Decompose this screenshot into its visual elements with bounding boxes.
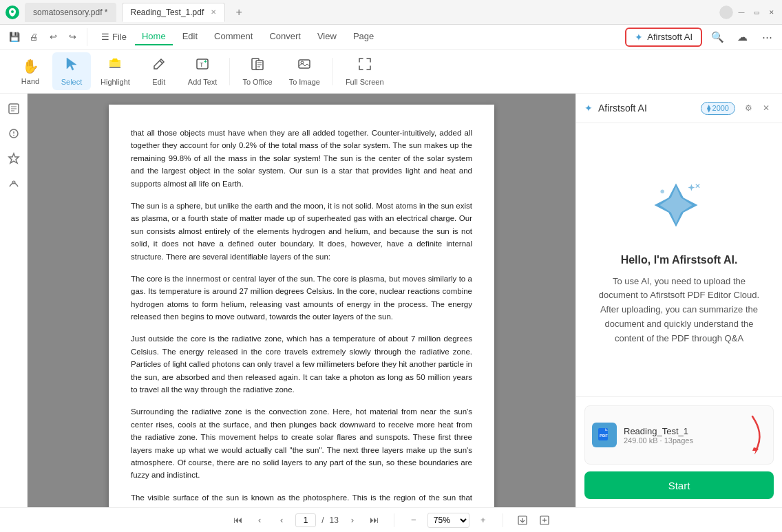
redo-button[interactable]: ↪	[63, 28, 81, 46]
sidebar-icon-3[interactable]	[4, 149, 23, 168]
toolbar: ✋ Hand Select Highlight Edit	[0, 50, 782, 94]
ai-panel: ✦ Afirstsoft AI ⧫ 2000 ⚙ ✕	[575, 94, 782, 507]
ai-stars-svg	[645, 174, 707, 236]
zoom-select[interactable]: 75% 50% 100% 125% 150%	[427, 513, 469, 528]
undo-button[interactable]: ↩	[44, 28, 62, 46]
tool-select[interactable]: Select	[52, 52, 91, 90]
svg-text:+: +	[204, 58, 207, 65]
ai-start-button[interactable]: Start	[584, 471, 774, 499]
menu-edit[interactable]: Edit	[176, 28, 204, 45]
add-tab-button[interactable]: +	[231, 4, 247, 21]
svg-text:PDF: PDF	[600, 434, 608, 438]
tool-edit[interactable]: Edit	[140, 52, 178, 90]
save-button[interactable]: 💾	[6, 28, 23, 46]
menu-comment[interactable]: Comment	[207, 28, 260, 45]
tool-highlight[interactable]: Highlight	[94, 52, 137, 90]
red-arrow-svg	[739, 413, 766, 454]
page-number-input[interactable]	[295, 513, 316, 527]
separator-1	[394, 513, 394, 527]
tool-add-text[interactable]: T + Add Text	[181, 52, 224, 90]
pdf-page: that all those objects must have when th…	[109, 105, 494, 507]
pdf-paragraph-4: Just outside the core is the radiative z…	[131, 332, 472, 396]
pdf-viewer[interactable]: that all those objects must have when th…	[28, 94, 575, 507]
prev-page-button-2[interactable]: ‹	[273, 512, 290, 529]
ai-file-info: PDF Reading_Test_1 249.00 kB · 13pages	[584, 405, 774, 465]
ai-close-button[interactable]: ✕	[759, 100, 774, 116]
separator-2	[503, 513, 503, 527]
hand-icon: ✋	[22, 58, 39, 74]
menu-right: ✦ Afirstsoft AI 🔍 ☁ ⋯	[625, 28, 776, 47]
to-office-icon	[250, 56, 265, 75]
full-screen-icon	[357, 56, 372, 75]
quick-actions: 💾 🖨 ↩ ↪	[6, 28, 87, 46]
svg-point-19	[13, 135, 14, 136]
ai-panel-footer: PDF Reading_Test_1 249.00 kB · 13pages S…	[576, 396, 782, 507]
select-icon	[64, 56, 79, 75]
ai-token-badge: ⧫ 2000	[701, 102, 735, 115]
ai-file-icon: PDF	[592, 423, 617, 447]
last-page-button[interactable]: ⏭	[366, 512, 383, 529]
tab-somatosensory[interactable]: somatosensory.pdf *	[25, 3, 116, 22]
svg-point-0	[11, 10, 14, 13]
menubar: 💾 🖨 ↩ ↪ ☰ File Home Edit Comment Convert…	[0, 25, 782, 50]
tab-close-icon[interactable]: ✕	[211, 8, 216, 16]
pdf-paragraph-1: that all those objects must have when th…	[131, 127, 472, 190]
ai-illustration	[645, 174, 714, 243]
tool-full-screen[interactable]: Full Screen	[339, 52, 391, 90]
prev-page-button[interactable]: ‹	[251, 512, 268, 529]
main-content: that all those objects must have when th…	[0, 94, 782, 507]
ai-description-text: To use AI, you need to upload the docume…	[593, 275, 765, 346]
highlight-icon	[107, 56, 123, 75]
tool-to-office[interactable]: To Office	[235, 52, 279, 90]
app-logo	[6, 6, 19, 19]
fit-page-button[interactable]	[536, 512, 553, 529]
ai-file-details: Reading_Test_1 249.00 kB · 13pages	[624, 426, 732, 445]
page-separator: /	[321, 515, 324, 525]
close-button[interactable]: ✕	[767, 8, 776, 17]
tool-to-image[interactable]: To Image	[282, 52, 327, 90]
next-page-button[interactable]: ›	[344, 512, 361, 529]
ai-file-name: Reading_Test_1	[624, 426, 732, 436]
sidebar-icon-4[interactable]	[4, 173, 23, 193]
ai-assistant-button[interactable]: ✦ Afirstsoft AI	[625, 28, 702, 47]
sidebar-icon-1[interactable]	[4, 99, 23, 118]
toolbar-separator-2	[332, 58, 333, 85]
ai-settings-button[interactable]: ⚙	[741, 100, 756, 116]
pdf-paragraph-6: The visible surface of the sun is known …	[131, 491, 472, 507]
left-sidebar	[0, 94, 28, 507]
menu-page[interactable]: Page	[346, 28, 381, 45]
ai-panel-controls: ⚙ ✕	[741, 100, 774, 116]
menu-left: 💾 🖨 ↩ ↪ ☰ File Home Edit Comment Convert…	[6, 28, 381, 46]
tab-reading-test[interactable]: Reading_Test_1.pdf ✕	[122, 3, 226, 22]
cloud-button[interactable]: ☁	[732, 28, 752, 47]
first-page-button[interactable]: ⏮	[229, 512, 246, 529]
save-pdf-button[interactable]	[514, 512, 531, 529]
ai-star-icon: ✦	[635, 32, 643, 43]
svg-point-21	[660, 189, 664, 193]
ai-panel-body: Hello, I'm Afirstsoft AI. To use AI, you…	[576, 123, 782, 396]
zoom-out-button[interactable]: −	[405, 512, 422, 529]
ai-logo-icon: ✦	[584, 103, 593, 114]
pdf-text: that all those objects must have when th…	[131, 127, 472, 507]
titlebar: somatosensory.pdf * Reading_Test_1.pdf ✕…	[0, 0, 782, 25]
svg-rect-11	[299, 60, 310, 68]
search-button[interactable]: 🔍	[708, 28, 727, 47]
restore-button[interactable]: ▭	[752, 8, 761, 17]
page-total: 13	[329, 515, 338, 525]
menu-convert[interactable]: Convert	[262, 28, 308, 45]
sidebar-icon-2[interactable]	[4, 124, 23, 143]
hamburger-icon: ☰	[101, 32, 109, 42]
zoom-in-button[interactable]: +	[475, 512, 492, 529]
ai-panel-header: ✦ Afirstsoft AI ⧫ 2000 ⚙ ✕	[576, 94, 782, 123]
to-image-icon	[297, 56, 312, 75]
file-menu[interactable]: ☰ File	[96, 29, 132, 45]
svg-rect-2	[109, 67, 120, 68]
print-button[interactable]: 🖨	[25, 28, 43, 46]
minimize-button[interactable]: —	[737, 8, 746, 17]
tool-hand[interactable]: ✋ Hand	[11, 54, 50, 89]
ai-greeting-text: Hello, I'm Afirstsoft AI.	[621, 254, 738, 266]
more-button[interactable]: ⋯	[757, 28, 776, 47]
bottom-bar: ⏮ ‹ ‹ / 13 › ⏭ − 75% 50% 100% 125% 150% …	[0, 507, 782, 532]
menu-home[interactable]: Home	[135, 28, 173, 45]
menu-view[interactable]: View	[310, 28, 344, 45]
